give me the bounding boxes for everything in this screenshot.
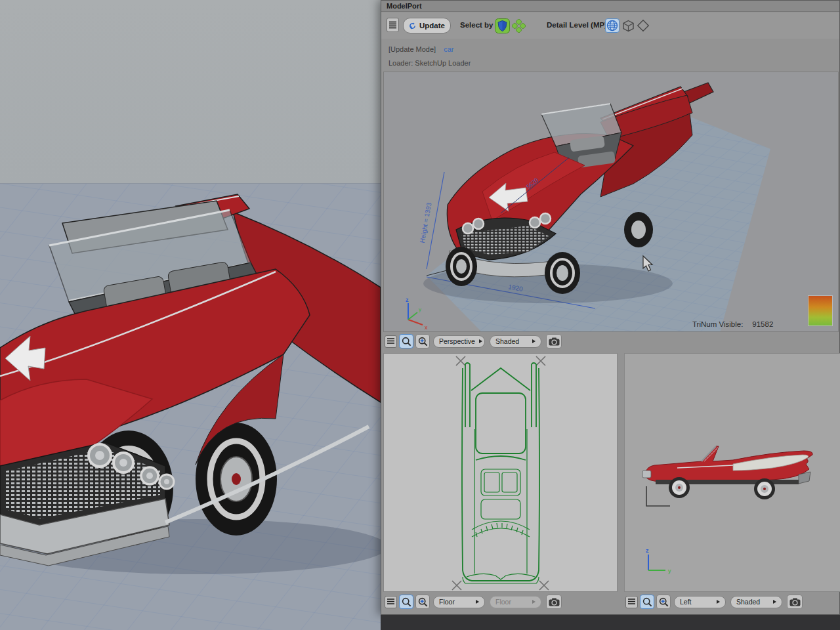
- car-model-large: [0, 182, 381, 630]
- zoom-fit-button[interactable]: [399, 595, 413, 609]
- left-viewport-toolbar: Left Shaded: [625, 593, 803, 610]
- floor-viewport[interactable]: [383, 353, 618, 592]
- left-viewport[interactable]: z y: [624, 353, 840, 592]
- camera-select-value: Floor: [439, 598, 455, 606]
- left-view-menu-button[interactable]: [625, 596, 638, 608]
- selection-handles: [452, 356, 549, 590]
- dropdown-arrow-icon: [717, 600, 720, 604]
- detail-level-low-button[interactable]: [636, 18, 650, 33]
- update-mode-line: [Update Mode]car: [388, 45, 453, 53]
- select-by-label: Select by: [460, 21, 494, 29]
- dropdown-arrow-icon: [773, 600, 776, 604]
- snapshot-button[interactable]: [546, 334, 562, 348]
- update-mode-label: [Update Mode]: [388, 45, 436, 53]
- dropdown-arrow-icon: [532, 600, 536, 604]
- zoom-in-icon: [659, 597, 669, 607]
- shield-icon: [495, 18, 510, 33]
- loader-line: Loader: SketchUp Loader: [388, 59, 471, 67]
- diamond-icon: [637, 19, 650, 32]
- perspective-menu-button[interactable]: [385, 335, 397, 348]
- car-model-side: z y: [625, 354, 840, 592]
- cube-icon: [622, 20, 635, 32]
- detail-level-high-button[interactable]: [605, 18, 620, 33]
- select-by-material-button[interactable]: [495, 18, 510, 33]
- update-button-label: Update: [419, 22, 445, 30]
- screen: ModelPort Update: [0, 0, 840, 630]
- zoom-in-icon: [418, 337, 428, 346]
- camera-select-value: Left: [680, 598, 692, 606]
- height-dimension: Height = 1393: [419, 201, 433, 243]
- camera-icon: [549, 598, 560, 606]
- components-icon: [512, 19, 526, 33]
- trinum-label: TriNum Visible:: [692, 320, 743, 328]
- dropdown-arrow-icon: [532, 339, 536, 343]
- detail-gradient-bar: [808, 295, 833, 326]
- axis-y-label: y: [668, 568, 671, 574]
- camera-select[interactable]: Floor: [433, 596, 485, 608]
- object-name[interactable]: car: [444, 45, 453, 53]
- camera-select-secondary-value: Floor: [495, 598, 511, 606]
- axis-z-label: z: [406, 297, 409, 303]
- camera-icon: [789, 598, 801, 606]
- camera-select[interactable]: Left: [674, 596, 726, 608]
- trinum-readout: TriNum Visible: 91582: [692, 320, 773, 328]
- axis-gizmo-side: z y: [646, 547, 671, 574]
- detail-level-medium-button[interactable]: [621, 18, 635, 33]
- update-button[interactable]: Update: [403, 18, 451, 33]
- axis-x-label: x: [425, 324, 428, 331]
- display-mode-value: Shaded: [495, 337, 519, 345]
- display-mode-select[interactable]: Shaded: [490, 335, 541, 348]
- snapshot-button[interactable]: [787, 595, 803, 609]
- hamburger-icon: [628, 598, 635, 605]
- modelport-titlebar[interactable]: ModelPort: [381, 1, 839, 12]
- camera-select-secondary[interactable]: Floor: [490, 596, 541, 608]
- perspective-scene: Height = 1393 1920: [384, 72, 839, 332]
- display-mode-value: Shaded: [736, 598, 760, 606]
- modelport-toolbar: Update Select by: [381, 12, 839, 39]
- dropdown-arrow-icon: [479, 339, 482, 343]
- zoom-in-icon: [418, 597, 428, 607]
- zoom-in-button[interactable]: [415, 595, 430, 609]
- hamburger-icon: [387, 598, 394, 605]
- trinum-value: 91582: [752, 320, 773, 328]
- display-mode-select[interactable]: Shaded: [730, 596, 782, 608]
- zoom-in-button[interactable]: [415, 334, 430, 348]
- window-title: ModelPort: [387, 2, 422, 10]
- magnifier-icon: [402, 597, 411, 607]
- refresh-icon: [409, 21, 416, 31]
- magnifier-icon: [402, 337, 411, 346]
- floor-viewport-toolbar: Floor Floor: [385, 593, 562, 610]
- axis-gizmo-perspective: z x y: [406, 297, 428, 331]
- floor-menu-button[interactable]: [385, 596, 397, 608]
- dropdown-arrow-icon: [476, 600, 479, 604]
- magnifier-icon: [642, 597, 652, 607]
- hamburger-icon: [387, 338, 394, 345]
- perspective-viewport-toolbar: Perspective Shaded: [385, 333, 562, 350]
- car-model-top-wireframe: [384, 354, 618, 592]
- zoom-fit-button[interactable]: [399, 334, 413, 348]
- camera-select[interactable]: Perspective: [433, 335, 485, 348]
- hamburger-icon: [389, 21, 396, 29]
- zoom-in-button[interactable]: [656, 595, 671, 609]
- camera-icon: [549, 337, 560, 346]
- modelport-window: ModelPort Update: [381, 0, 840, 615]
- background-viewport-sky: [0, 0, 381, 183]
- select-by-components-button[interactable]: [512, 19, 526, 33]
- menu-button[interactable]: [387, 18, 399, 32]
- globe-icon: [606, 20, 618, 32]
- camera-select-value: Perspective: [439, 337, 475, 345]
- axis-y-label: y: [419, 306, 421, 312]
- snapshot-button[interactable]: [546, 595, 562, 609]
- axis-z-label: z: [646, 547, 649, 554]
- zoom-fit-button[interactable]: [640, 595, 654, 609]
- detail-level-label: Detail Level (MP): [547, 21, 607, 29]
- perspective-viewport[interactable]: Height = 1393 1920: [383, 72, 839, 332]
- background-dark-strip: [381, 615, 840, 630]
